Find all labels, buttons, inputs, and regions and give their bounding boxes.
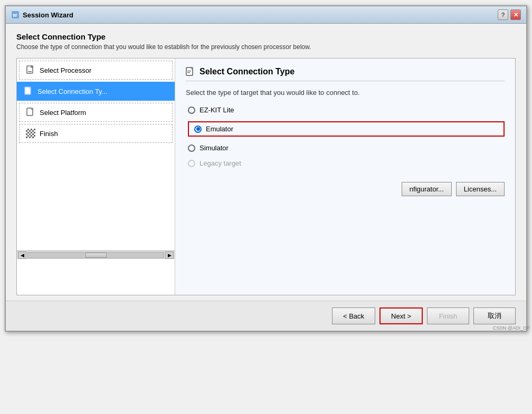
connection-type-options: EZ-KIT Lite Emulator <box>188 106 505 167</box>
radio-circle-simulator <box>188 145 195 152</box>
radio-legacy: Legacy target <box>188 159 505 167</box>
radio-circle-legacy <box>188 160 195 167</box>
radio-circle-emulator <box>194 126 202 133</box>
back-button[interactable]: < Back <box>332 307 375 324</box>
radio-emulator[interactable]: Emulator <box>188 121 505 137</box>
title-bar-controls: ? ✕ <box>498 9 521 20</box>
window-title-text: Session Wizard <box>23 11 73 19</box>
sidebar-item-finish[interactable]: Finish <box>19 124 173 143</box>
sidebar-item-select-connection-type[interactable]: Select Connection Ty... <box>17 82 175 101</box>
sidebar-label-connection: Select Connection Ty... <box>37 88 107 95</box>
doc-icon-3 <box>26 108 35 117</box>
sidebar-label-finish: Finish <box>40 130 58 138</box>
wizard-icon: W <box>11 11 20 19</box>
right-panel-title: Select Connection Type <box>186 67 505 81</box>
watermark-text: CSDN @ADI_OP <box>493 325 530 331</box>
svg-rect-13 <box>187 72 190 73</box>
right-panel-buttons: nfigurator... Licenses... <box>186 178 505 196</box>
configurator-button[interactable]: nfigurator... <box>402 182 452 196</box>
svg-rect-3 <box>28 71 32 72</box>
help-button[interactable]: ? <box>498 9 508 20</box>
radio-label-ezkit: EZ-KIT Lite <box>200 106 234 114</box>
radio-circle-ezkit <box>188 107 195 114</box>
header-section: Select Connection Type Choose the type o… <box>16 32 516 51</box>
right-panel-description: Select the type of target that you would… <box>186 89 505 97</box>
radio-ezkit[interactable]: EZ-KIT Lite <box>188 106 505 114</box>
radio-dot-emulator <box>196 127 200 131</box>
finish-button: Finish <box>427 307 469 324</box>
footer-area: < Back Next > Finish 取消 <box>6 301 526 331</box>
svg-rect-12 <box>187 71 191 71</box>
doc-icon-2 <box>24 86 33 96</box>
right-panel: Select Connection Type Select the type o… <box>175 59 515 295</box>
page-header-title: Select Connection Type <box>16 32 516 41</box>
title-bar: W Session Wizard ? ✕ <box>6 6 526 24</box>
content-area: Select Connection Type Choose the type o… <box>6 24 526 301</box>
sidebar: Select Processor Select Connection Ty... <box>17 59 175 295</box>
doc-icon-1 <box>26 65 35 75</box>
scroll-left-arrow[interactable]: ◀ <box>18 252 26 259</box>
sidebar-label-processor: Select Processor <box>40 66 91 74</box>
sidebar-item-select-processor[interactable]: Select Processor <box>19 61 173 80</box>
sidebar-item-select-platform[interactable]: Select Platform <box>19 103 173 122</box>
svg-text:W: W <box>13 13 17 18</box>
main-panel: Select Processor Select Connection Ty... <box>16 58 516 295</box>
radio-label-legacy: Legacy target <box>200 159 241 167</box>
radio-simulator[interactable]: Simulator <box>188 144 505 152</box>
sidebar-label-platform: Select Platform <box>40 109 86 117</box>
right-panel-icon <box>186 67 195 76</box>
page-header-subtitle: Choose the type of connection that you w… <box>16 43 516 51</box>
scroll-thumb[interactable] <box>86 253 107 258</box>
next-button[interactable]: Next > <box>379 307 423 324</box>
scroll-track <box>27 252 164 258</box>
window-title-area: W Session Wizard <box>11 11 73 19</box>
scroll-right-arrow[interactable]: ▶ <box>165 252 174 259</box>
close-button[interactable]: ✕ <box>510 9 521 20</box>
cancel-button[interactable]: 取消 <box>473 307 516 324</box>
licenses-button[interactable]: Licenses... <box>456 182 505 196</box>
radio-label-emulator: Emulator <box>206 125 233 133</box>
chess-icon <box>26 129 35 138</box>
radio-label-simulator: Simulator <box>200 144 229 152</box>
sidebar-scrollbar: ◀ ▶ <box>17 251 175 259</box>
